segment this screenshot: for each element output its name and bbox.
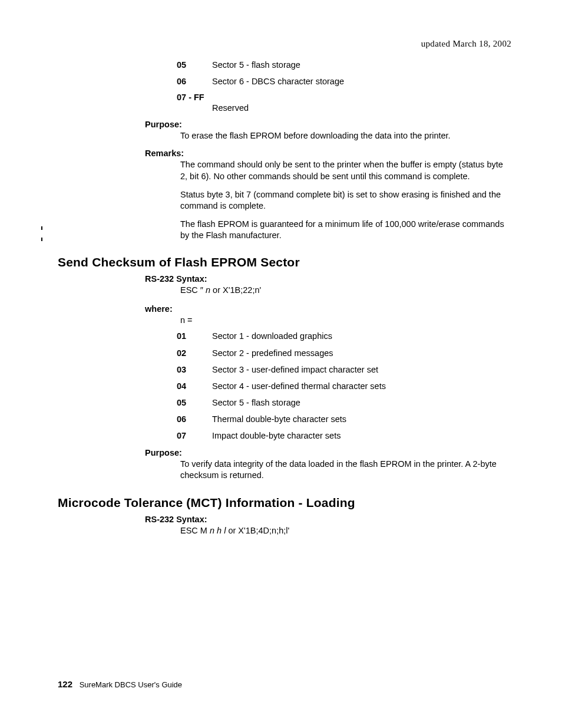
list-value: Reserved — [212, 103, 510, 113]
list-item: 05 Sector 5 - flash storage — [177, 60, 510, 70]
list-value: Sector 5 - flash storage — [212, 397, 510, 408]
list-key: 02 — [177, 348, 212, 358]
list-value: Sector 3 - user-defined impact character… — [212, 364, 510, 375]
purpose-label: Purpose: — [145, 120, 510, 129]
syntax-post: or X'1B;4D;n;h;l' — [226, 526, 289, 535]
list-key: 06 — [177, 414, 212, 424]
list-key: 01 — [177, 331, 212, 341]
syntax-body: ESC M n h l or X'1B;4D;n;h;l' — [180, 525, 510, 536]
list-item: 04 Sector 4 - user-defined thermal chara… — [177, 381, 510, 391]
page-container: { "header": { "updated": "updated March … — [0, 0, 562, 728]
list-key: 07 — [177, 430, 212, 441]
updated-date: updated March 18, 2002 — [58, 39, 511, 49]
change-bar-icon — [41, 238, 42, 241]
list-value: Sector 5 - flash storage — [212, 60, 510, 70]
section-heading-mct: Microcode Tolerance (MCT) Information - … — [58, 496, 510, 510]
list-value: Sector 1 - downloaded graphics — [212, 331, 510, 341]
list-key: 06 — [177, 76, 212, 87]
purpose-body: To erase the flash EPROM before download… — [180, 130, 510, 141]
list-item: 07 Impact double-byte character sets — [177, 430, 510, 441]
syntax-label: RS-232 Syntax: — [145, 274, 510, 284]
remarks-label: Remarks: — [145, 149, 510, 158]
list-item: 02 Sector 2 - predefined messages — [177, 348, 510, 358]
list-key: 05 — [177, 397, 212, 408]
where-label: where: — [145, 304, 510, 314]
list-value: Sector 4 - user-defined thermal characte… — [212, 381, 510, 391]
page-number: 122 — [58, 679, 72, 689]
list-item: 06 Thermal double-byte character sets — [177, 414, 510, 424]
change-bar-icon — [41, 226, 42, 230]
list-value: Thermal double-byte character sets — [212, 414, 510, 424]
syntax-pre: ESC M — [180, 526, 210, 535]
remarks-p3: The flash EPROM is guaranteed for a mini… — [180, 219, 510, 241]
list-item: 06 Sector 6 - DBCS character storage — [177, 76, 510, 87]
doc-title: SureMark DBCS User's Guide — [80, 680, 182, 689]
remarks-p2: Status byte 3, bit 7 (command complete b… — [180, 189, 510, 212]
remarks-p1: The command should only be sent to the p… — [180, 159, 510, 182]
page-footer: 122 SureMark DBCS User's Guide — [58, 679, 182, 689]
list-value: Sector 6 - DBCS character storage — [212, 76, 510, 87]
list-key: 03 — [177, 364, 212, 375]
list-item: 01 Sector 1 - downloaded graphics — [177, 331, 510, 341]
syntax-body: ESC ″ n or X'1B;22;n' — [180, 285, 510, 296]
syntax-post: or X'1B;22;n' — [210, 285, 261, 295]
purpose-body: To verify data integrity of the data loa… — [180, 459, 510, 481]
list-value: Impact double-byte character sets — [212, 430, 510, 441]
syntax-pre: ESC ″ — [180, 285, 206, 295]
n-equals: n = — [180, 315, 510, 326]
list-item: 03 Sector 3 - user-defined impact charac… — [177, 364, 510, 375]
section-heading-checksum: Send Checksum of Flash EPROM Sector — [58, 255, 510, 269]
syntax-var: n — [206, 285, 210, 295]
list-key: 05 — [177, 60, 212, 70]
list-key: 04 — [177, 381, 212, 391]
syntax-label: RS-232 Syntax: — [145, 515, 510, 524]
list-item: 05 Sector 5 - flash storage — [177, 397, 510, 408]
purpose-label: Purpose: — [145, 448, 510, 457]
list-item: 07 - FF Reserved — [177, 93, 510, 113]
list-value: Sector 2 - predefined messages — [212, 348, 510, 358]
list-key: 07 - FF — [177, 93, 510, 102]
syntax-var: n h l — [210, 526, 226, 535]
